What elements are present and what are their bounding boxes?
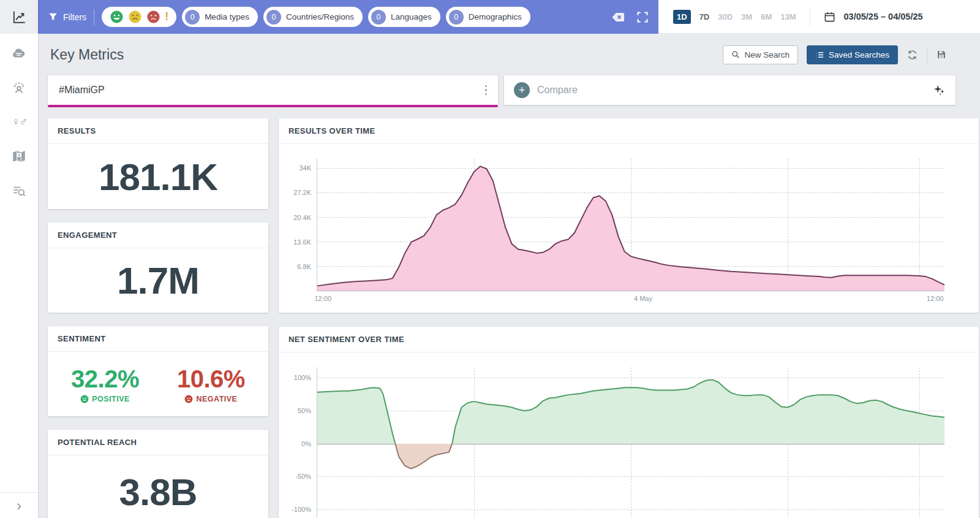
results-card-title: RESULTS bbox=[48, 118, 268, 144]
filters-label: Filters bbox=[63, 12, 86, 22]
main-content: Key Metrics New Search Saved Searches #M… bbox=[38, 34, 980, 518]
count-badge: 0 bbox=[449, 10, 464, 25]
date-range-bar: 1D 7D 30D 3M 6M 13M 03/05/25 – 04/05/25 bbox=[658, 0, 980, 34]
results-card: RESULTS 181.1K bbox=[48, 118, 268, 209]
funnel-icon bbox=[48, 12, 58, 22]
fullscreen-icon[interactable] bbox=[636, 11, 649, 23]
search-query-input[interactable]: #MiamiGP bbox=[48, 75, 498, 105]
potential-reach-value: 3.8B bbox=[119, 470, 197, 514]
engagement-value: 1.7M bbox=[117, 259, 199, 302]
plot-area[interactable] bbox=[317, 159, 944, 291]
divider bbox=[927, 47, 927, 63]
search-icon bbox=[731, 50, 740, 59]
map-icon[interactable] bbox=[10, 148, 28, 165]
count-badge: 0 bbox=[371, 10, 386, 25]
app-logo[interactable] bbox=[0, 0, 38, 34]
divider bbox=[94, 9, 94, 25]
net-sentiment-over-time-card: NET SENTIMENT OVER TIME 100%50%0%-50%-10… bbox=[279, 327, 979, 518]
net-sentiment-over-time-title: NET SENTIMENT OVER TIME bbox=[279, 327, 979, 352]
query-options-kebab-icon[interactable] bbox=[483, 83, 490, 98]
sentiment-filter-pill[interactable]: ! bbox=[102, 7, 176, 27]
compare-placeholder: Compare bbox=[537, 85, 925, 96]
plot-area[interactable] bbox=[317, 367, 944, 517]
word-cloud-icon[interactable] bbox=[10, 45, 28, 62]
languages-filter-pill[interactable]: 0 Languages bbox=[368, 7, 440, 27]
page-title: Key Metrics bbox=[50, 47, 124, 63]
demographics-filter-pill[interactable]: 0 Demographics bbox=[446, 7, 530, 27]
save-button[interactable] bbox=[936, 49, 947, 60]
calendar-icon[interactable] bbox=[824, 11, 835, 23]
results-over-time-card: RESULTS OVER TIME 34K27.2K20.4K13.6K6.8K… bbox=[279, 118, 979, 313]
search-query-value[interactable]: #MiamiGP bbox=[59, 85, 483, 96]
range-3m[interactable]: 3M bbox=[741, 12, 752, 21]
x-axis-labels: 12:004 May12:00 bbox=[317, 291, 944, 305]
alert-exclamation-icon: ! bbox=[165, 10, 168, 23]
themes-search-icon[interactable] bbox=[10, 182, 28, 199]
sentiment-card-title: SENTIMENT bbox=[48, 326, 268, 352]
results-over-time-chart[interactable]: 34K27.2K20.4K13.6K6.8K 12:004 May12:00 bbox=[279, 144, 979, 305]
divider bbox=[810, 7, 810, 26]
gender-demographics-icon[interactable]: ♀♂ bbox=[10, 113, 28, 131]
date-range-value[interactable]: 03/05/25 – 04/05/25 bbox=[844, 12, 923, 21]
filter-bar: Filters ! 0 Media types 0 Countries/Regi… bbox=[38, 0, 658, 34]
sidebar: ♀♂ › bbox=[0, 0, 38, 518]
negative-sentiment-block: 10.6% NEGATIVE bbox=[177, 365, 245, 403]
sparkles-icon[interactable] bbox=[932, 83, 946, 97]
net-sentiment-over-time-chart[interactable]: 100%50%0%-50%-100% 12:004 May12:00 bbox=[279, 352, 979, 518]
chevron-right-icon: › bbox=[17, 498, 21, 513]
positive-smiley-icon bbox=[110, 10, 124, 24]
negative-label: NEGATIVE bbox=[196, 395, 237, 403]
negative-angry-smiley-icon bbox=[146, 10, 160, 24]
countries-regions-filter-pill[interactable]: 0 Countries/Regions bbox=[263, 7, 363, 27]
y-axis-labels: 34K27.2K20.4K13.6K6.8K bbox=[285, 159, 317, 291]
positive-smiley-icon bbox=[80, 395, 89, 403]
positive-value: 32.2% bbox=[71, 365, 139, 393]
plus-circle-icon[interactable]: + bbox=[514, 82, 530, 98]
count-badge: 0 bbox=[185, 10, 200, 25]
filter-pills: ! 0 Media types 0 Countries/Regions 0 La… bbox=[102, 7, 530, 27]
range-7d[interactable]: 7D bbox=[699, 12, 710, 21]
filters-button[interactable]: Filters bbox=[48, 12, 86, 22]
potential-reach-card-title: POTENTIAL REACH bbox=[48, 430, 268, 455]
list-icon bbox=[815, 50, 824, 59]
influencer-icon[interactable] bbox=[10, 79, 28, 96]
y-axis-labels: 100%50%0%-50%-100% bbox=[285, 367, 317, 517]
potential-reach-card: POTENTIAL REACH 3.8B bbox=[48, 430, 268, 518]
neutral-sad-smiley-icon bbox=[128, 10, 142, 24]
results-over-time-title: RESULTS OVER TIME bbox=[279, 118, 979, 144]
saved-searches-button[interactable]: Saved Searches bbox=[807, 45, 898, 64]
new-search-button[interactable]: New Search bbox=[723, 45, 798, 64]
media-types-filter-pill[interactable]: 0 Media types bbox=[182, 7, 258, 27]
positive-label: POSITIVE bbox=[92, 395, 130, 403]
engagement-card: ENGAGEMENT 1.7M bbox=[48, 223, 268, 313]
compare-input[interactable]: + Compare bbox=[504, 75, 956, 105]
range-13m[interactable]: 13M bbox=[780, 12, 796, 21]
range-6m[interactable]: 6M bbox=[761, 12, 772, 21]
refresh-button[interactable] bbox=[907, 49, 918, 61]
clear-filters-icon[interactable] bbox=[611, 10, 625, 25]
engagement-card-title: ENGAGEMENT bbox=[48, 223, 268, 248]
results-value: 181.1K bbox=[99, 155, 217, 199]
count-badge: 0 bbox=[266, 10, 281, 25]
positive-sentiment-block: 32.2% POSITIVE bbox=[71, 365, 139, 403]
sentiment-card: SENTIMENT 32.2% POSITIVE 10.6% NEGATI bbox=[48, 326, 268, 416]
negative-value: 10.6% bbox=[177, 365, 245, 393]
range-1d[interactable]: 1D bbox=[673, 10, 691, 24]
range-30d[interactable]: 30D bbox=[718, 12, 733, 21]
negative-smiley-icon bbox=[184, 395, 193, 403]
trend-chart-icon bbox=[11, 9, 27, 25]
sidebar-expand-button[interactable]: › bbox=[0, 492, 38, 518]
